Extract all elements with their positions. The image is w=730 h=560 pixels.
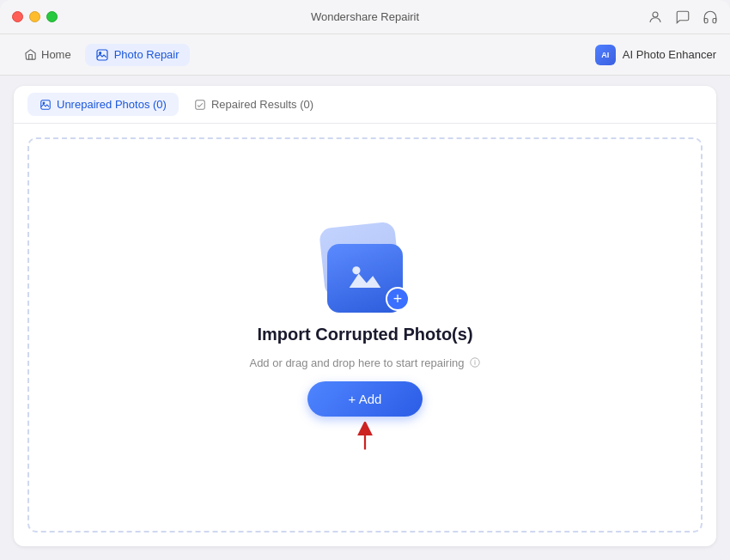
mountain-photo-icon [346, 259, 384, 297]
ai-badge: AI [595, 45, 616, 65]
main-card: Unrepaired Photos (0) Repaired Results (… [14, 86, 716, 546]
user-icon[interactable] [648, 9, 663, 25]
svg-rect-3 [41, 100, 51, 109]
repaired-icon [194, 99, 206, 111]
nav-right[interactable]: AI AI Photo Enhancer [595, 45, 716, 65]
message-icon[interactable] [675, 9, 690, 25]
content-panel: Unrepaired Photos (0) Repaired Results (… [0, 76, 730, 560]
info-icon [469, 356, 481, 368]
tab-unrepaired-label: Unrepaired Photos (0) [57, 98, 167, 111]
tab-repaired-results[interactable]: Repaired Results (0) [182, 93, 325, 116]
photo-repair-label: Photo Repair [114, 48, 179, 61]
import-title: Import Corrupted Photo(s) [257, 325, 472, 344]
photo-repair-icon [95, 48, 109, 62]
title-bar: Wondershare Repairit [0, 0, 730, 34]
headphone-icon[interactable] [703, 9, 718, 25]
add-button[interactable]: + Add [307, 381, 423, 417]
home-icon [24, 48, 37, 61]
svg-point-2 [99, 52, 100, 53]
arrow-up-icon [350, 422, 380, 453]
tab-repaired-label: Repaired Results (0) [211, 98, 313, 111]
tab-unrepaired-photos[interactable]: Unrepaired Photos (0) [27, 93, 179, 116]
close-button[interactable] [12, 11, 23, 22]
plus-badge: + [386, 287, 410, 311]
svg-rect-5 [196, 100, 205, 109]
ai-enhancer-label[interactable]: AI Photo Enhancer [623, 48, 716, 61]
photo-illustration: + [313, 218, 417, 313]
import-subtitle: Add or drag and drop here to start repai… [249, 356, 480, 369]
nav-left: Home Photo Repair [14, 44, 190, 66]
arrow-indicator [350, 422, 380, 453]
drop-area[interactable]: + Import Corrupted Photo(s) Add or drag … [27, 137, 703, 533]
home-button[interactable]: Home [14, 44, 82, 65]
minimize-button[interactable] [29, 11, 40, 22]
traffic-lights [12, 11, 58, 22]
maximize-button[interactable] [46, 11, 58, 22]
svg-rect-6 [346, 259, 384, 297]
title-bar-actions [648, 9, 718, 25]
unrepaired-icon [40, 99, 52, 111]
svg-point-7 [352, 266, 360, 274]
main-wrapper: Home Photo Repair AI AI Photo Enhancer [0, 34, 730, 560]
svg-point-0 [653, 12, 658, 17]
nav-bar: Home Photo Repair AI AI Photo Enhancer [0, 34, 730, 76]
photo-repair-button[interactable]: Photo Repair [85, 44, 190, 66]
home-label: Home [41, 48, 71, 61]
app-title: Wondershare Repairit [311, 10, 419, 23]
tabs-bar: Unrepaired Photos (0) Repaired Results (… [14, 86, 716, 124]
svg-point-4 [43, 102, 45, 104]
svg-rect-1 [97, 50, 107, 60]
